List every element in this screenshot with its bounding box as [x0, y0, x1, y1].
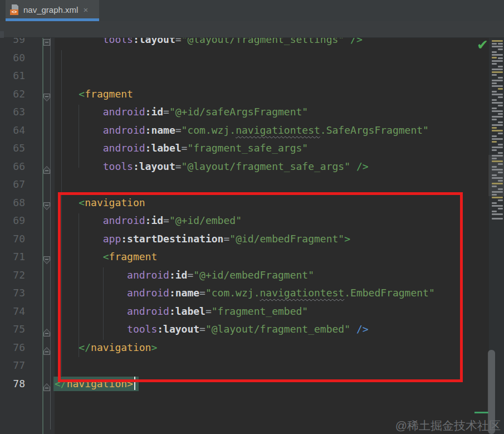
- stripe-mark: [492, 191, 503, 193]
- code-line[interactable]: 62 <fragment: [0, 85, 490, 104]
- stripe-mark: [492, 155, 503, 157]
- tab-nav-graph-xml[interactable]: <> nav_graph.xml ×: [6, 0, 99, 19]
- stripe-mark: [492, 130, 503, 131]
- line-number: 64: [0, 121, 25, 140]
- line-number: 60: [0, 49, 25, 67]
- stripe-mark: [492, 108, 497, 109]
- fold-column: [25, 121, 55, 140]
- code-text: android:id="@+id/safeArgsFragment": [55, 103, 490, 121]
- watermark: @稀土掘金技术社区: [395, 418, 501, 433]
- fold-column: [25, 248, 55, 266]
- code-line[interactable]: 65 android:label="fragment_safe_args": [0, 139, 490, 158]
- fold-column: [25, 212, 55, 230]
- stripe-green-mark: [474, 412, 488, 413]
- code-line[interactable]: 66 tools:layout="@layout/fragment_safe_a…: [0, 158, 490, 176]
- stripe-mark: [492, 110, 503, 112]
- stripe-mark: [498, 121, 503, 123]
- breadcrumb-band: [0, 21, 504, 38]
- stripe-mark: [498, 43, 503, 45]
- inspection-ok-check-icon: ✔: [477, 37, 488, 53]
- tab-title: nav_graph.xml: [23, 5, 78, 14]
- stripe-mark: [492, 119, 497, 120]
- stripe-mark: [498, 163, 503, 165]
- fold-up-icon[interactable]: [42, 343, 51, 352]
- fold-column: [25, 139, 55, 158]
- line-number: 59: [0, 38, 25, 49]
- stripe-mark: [492, 54, 503, 56]
- fold-column: [25, 303, 55, 321]
- code-line[interactable]: 59 tools:layout="@layout/fragment_settin…: [0, 38, 490, 49]
- stripe-mark: [492, 43, 497, 45]
- stripe-mark: [492, 183, 503, 184]
- stripe-mark: [498, 199, 503, 201]
- stripe-mark: [498, 77, 503, 79]
- stripe-mark: [498, 105, 503, 106]
- stripe-mark: [492, 194, 497, 196]
- fold-down-icon[interactable]: [42, 90, 51, 99]
- stripe-mark: [492, 99, 497, 101]
- code-text: tools:layout="@layout/fragment_settings"…: [55, 38, 490, 49]
- fold-down-icon[interactable]: [42, 252, 51, 261]
- line-number: 68: [0, 194, 25, 212]
- fold-box-icon[interactable]: [42, 38, 51, 44]
- stripe-mark: [492, 80, 503, 81]
- stripe-mark: [492, 160, 503, 162]
- line-number: 71: [0, 248, 25, 266]
- fold-up-icon[interactable]: [42, 325, 51, 334]
- fold-column: [25, 85, 55, 104]
- fold-column: [25, 175, 55, 194]
- stripe-mark: [492, 177, 503, 179]
- stripe-mark: [492, 147, 503, 148]
- stripe-mark: [498, 208, 503, 209]
- line-number: 74: [0, 303, 25, 321]
- stripe-mark: [492, 166, 497, 168]
- stripe-mark: [492, 57, 497, 58]
- line-number: 61: [0, 67, 25, 85]
- fold-column: [25, 103, 55, 121]
- tab-close-icon[interactable]: ×: [83, 5, 88, 14]
- stripe-mark: [492, 138, 503, 140]
- stripe-mark: [498, 113, 503, 115]
- fold-down-icon[interactable]: [42, 198, 51, 207]
- stripe-mark: [492, 202, 497, 204]
- line-number: 76: [0, 339, 25, 357]
- fold-up-icon[interactable]: [42, 162, 51, 171]
- code-line[interactable]: 61: [0, 67, 490, 85]
- stripe-mark: [492, 149, 497, 151]
- stripe-mark: [492, 141, 497, 143]
- code-line[interactable]: 64 android:name="com.wzj.navigationtest.…: [0, 121, 490, 140]
- line-number: 75: [0, 320, 25, 339]
- line-number: 72: [0, 266, 25, 285]
- stripe-mark: [498, 188, 503, 190]
- code-line[interactable]: 63 android:id="@+id/safeArgsFragment": [0, 103, 490, 121]
- stripe-mark: [492, 91, 497, 92]
- line-number: 69: [0, 212, 25, 230]
- stripe-mark: [492, 63, 497, 65]
- code-text: [55, 175, 490, 194]
- stripe-mark: [492, 218, 503, 220]
- stripe-mark: [498, 57, 503, 59]
- stripe-mark: [498, 144, 503, 145]
- stripe-mark: [492, 94, 503, 95]
- stripe-mark: [492, 69, 503, 70]
- stripe-mark: [498, 66, 503, 67]
- fold-column: [25, 357, 55, 375]
- code-line[interactable]: 67: [0, 175, 490, 194]
- line-number: 78: [0, 375, 25, 393]
- line-number: 73: [0, 284, 25, 303]
- code-text: [55, 67, 490, 85]
- fold-column: [25, 230, 55, 248]
- stripe-mark: [498, 96, 503, 98]
- stripe-mark: [498, 172, 503, 173]
- stripe-mark: [498, 133, 503, 134]
- stripe-mark: [492, 74, 497, 76]
- stripe-mark: [492, 46, 503, 47]
- line-number: 67: [0, 175, 25, 194]
- fold-up-icon[interactable]: [42, 379, 51, 388]
- stripe-mark: [498, 180, 503, 182]
- stripe-mark: [492, 205, 503, 207]
- stripe-mark: [492, 51, 497, 53]
- code-line[interactable]: 60: [0, 49, 490, 67]
- fold-column: [25, 320, 55, 339]
- stripe-mark: [492, 124, 503, 126]
